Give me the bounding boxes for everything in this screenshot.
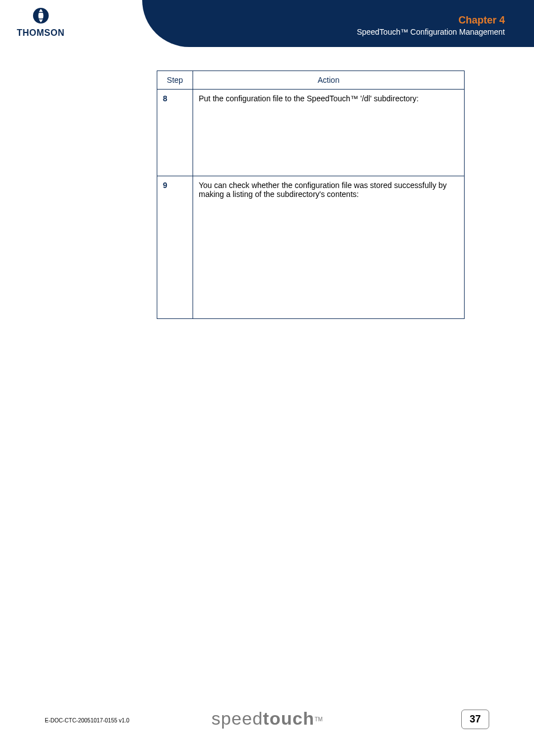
thomson-logo: THOMSON — [17, 7, 64, 38]
brand-tm: TM — [315, 716, 322, 722]
table-row: 8 Put the configuration file to the Spee… — [157, 90, 465, 176]
chapter-label: Chapter 4 SpeedTouch™ Configuration Mana… — [357, 15, 505, 36]
steps-table: Step Action 8 Put the configuration file… — [157, 71, 465, 319]
brand-bold: touch — [263, 708, 315, 729]
brand-light: speed — [212, 708, 263, 729]
content-area: Step Action 8 Put the configuration file… — [157, 71, 465, 319]
chapter-subtitle: SpeedTouch™ Configuration Management — [357, 27, 505, 36]
table-row: 9 You can check whether the configuratio… — [157, 176, 465, 319]
col-header-action: Action — [193, 71, 465, 90]
page-number: 37 — [461, 710, 489, 729]
doc-id: E-DOC-CTC-20051017-0155 v1.0 — [45, 717, 129, 724]
speedtouch-brand: speedtouchTM — [212, 708, 323, 729]
step-action: Put the configuration file to the SpeedT… — [193, 90, 465, 176]
step-action: You can check whether the configuration … — [193, 176, 465, 319]
step-number: 9 — [163, 181, 167, 190]
step-number: 8 — [163, 94, 167, 103]
chapter-number: Chapter 4 — [357, 15, 505, 26]
thomson-wordmark: THOMSON — [17, 28, 64, 38]
thomson-globe-icon — [32, 7, 50, 25]
col-header-step: Step — [157, 71, 193, 90]
